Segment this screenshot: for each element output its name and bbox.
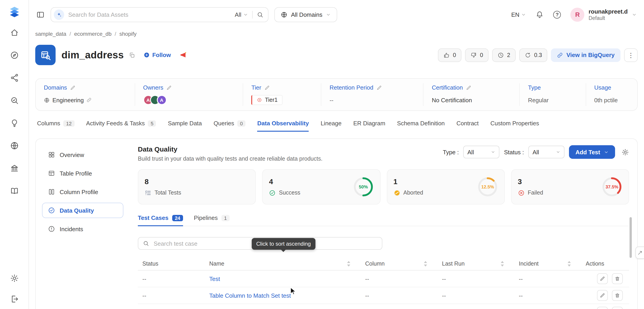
page-content: sample_data / ecommerce_db / shopify dim… <box>29 29 644 309</box>
menu-item-column-profile[interactable]: Column Profile <box>42 184 124 200</box>
edit-tier-button[interactable] <box>264 85 270 91</box>
announcement-button[interactable] <box>180 51 187 59</box>
type-filter-select[interactable]: All <box>464 146 500 159</box>
tab-columns[interactable]: Columns12 <box>37 120 74 132</box>
version-button[interactable]: 0.3 <box>519 48 548 62</box>
home-icon <box>10 28 19 37</box>
test-case-link[interactable]: Table Column to Match Set test <box>209 292 291 299</box>
sidebar-toggle-button[interactable] <box>36 10 45 19</box>
test-list-tabs: Test Cases 24 Pipelines 1 <box>138 215 629 226</box>
tab-schema-definition[interactable]: Schema Definition <box>397 120 445 132</box>
global-search-bar[interactable]: Search for Data Assets All <box>50 7 268 22</box>
link-icon <box>86 98 92 103</box>
search-icon[interactable] <box>257 11 264 18</box>
help-button[interactable]: ? <box>554 11 561 18</box>
name-cell: Table Column to Match Set test <box>205 292 361 299</box>
column-header-last-run[interactable]: Last Run <box>438 261 514 267</box>
owner-avatars[interactable]: A A <box>143 95 166 105</box>
table-row: -- dim_address_table_column_count_to_be … <box>138 304 629 309</box>
summary-card-total: 8 Total Tests <box>138 169 256 205</box>
sort-icon[interactable] <box>424 261 428 267</box>
copy-name-button[interactable] <box>129 52 135 58</box>
vertical-scrollbar[interactable] <box>630 217 632 258</box>
downvote-button[interactable]: 0 <box>465 48 488 62</box>
user-menu[interactable]: R rounakpreet.d Default <box>570 8 637 22</box>
column-header-name[interactable]: Name <box>205 261 361 267</box>
column-header-status[interactable]: Status <box>138 261 205 267</box>
edit-owners-button[interactable] <box>166 85 172 91</box>
domains-value[interactable]: Engineering <box>52 97 84 104</box>
tab-test-cases[interactable]: Test Cases 24 <box>138 215 183 226</box>
notifications-button[interactable] <box>536 11 544 19</box>
breadcrumb-item-service[interactable]: sample_data <box>35 31 66 37</box>
test-case-link[interactable]: Test <box>209 275 220 282</box>
column-header-column[interactable]: Column <box>361 261 438 267</box>
rail-item-glossary[interactable] <box>10 186 19 195</box>
breadcrumb-item-schema[interactable]: shopify <box>119 31 136 37</box>
svg-text:12.5%: 12.5% <box>481 185 494 190</box>
success-icon <box>269 190 276 196</box>
menu-item-overview[interactable]: Overview <box>42 147 124 163</box>
search-scope-dropdown[interactable]: All <box>235 11 248 18</box>
grid-icon <box>48 151 55 159</box>
ai-search-icon[interactable] <box>54 9 64 20</box>
sort-icon[interactable] <box>500 261 504 267</box>
plus-circle-icon <box>143 52 150 58</box>
rail-item-observability[interactable] <box>10 96 19 105</box>
rail-item-platform[interactable] <box>10 73 19 82</box>
more-options-button[interactable]: ⋮ <box>624 48 638 62</box>
upvote-button[interactable]: 0 <box>438 48 462 62</box>
rail-item-insights[interactable] <box>10 119 19 128</box>
edit-test-button[interactable] <box>597 290 608 301</box>
tab-pipelines[interactable]: Pipelines 1 <box>194 215 230 226</box>
column-header-incident[interactable]: Incident <box>514 261 581 267</box>
rail-item-govern[interactable] <box>10 164 19 173</box>
tab-sample-data[interactable]: Sample Data <box>168 120 202 132</box>
rail-item-home[interactable] <box>10 28 19 37</box>
tab-queries[interactable]: Queries0 <box>214 120 246 132</box>
delete-test-button[interactable] <box>612 290 623 301</box>
tab-contract[interactable]: Contract <box>456 120 478 132</box>
tier-badge[interactable]: Tier1 <box>251 95 282 105</box>
menu-item-table-profile[interactable]: Table Profile <box>42 166 124 181</box>
menu-item-incidents[interactable]: Incidents <box>42 221 124 237</box>
columns-icon <box>48 188 55 196</box>
panel-expand-handle[interactable] <box>636 246 644 259</box>
edit-domains-button[interactable] <box>70 85 76 91</box>
rail-item-settings[interactable] <box>10 274 19 283</box>
edit-test-button[interactable] <box>597 273 608 284</box>
watch-count-button[interactable]: 2 <box>492 48 516 62</box>
success-percent-ring: 50% <box>353 177 374 197</box>
rail-item-logout[interactable] <box>10 294 19 303</box>
thumbs-up-icon <box>443 52 450 58</box>
language-dropdown[interactable]: EN <box>511 11 526 18</box>
tab-activity-feeds[interactable]: Activity Feeds & Tasks5 <box>86 120 156 132</box>
edit-retention-button[interactable] <box>376 85 382 91</box>
sort-tooltip: Click to sort ascending <box>252 238 315 250</box>
domains-filter-dropdown[interactable]: All Domains <box>274 7 337 22</box>
tab-er-diagram[interactable]: ER Diagram <box>353 120 385 132</box>
globe-icon <box>10 141 19 150</box>
sort-icon[interactable] <box>347 261 351 267</box>
breadcrumb-item-database[interactable]: ecommerce_db <box>74 31 112 37</box>
view-in-service-button[interactable]: View in BigQuery <box>551 48 620 62</box>
openmetadata-logo[interactable] <box>8 6 20 18</box>
delete-test-button[interactable] <box>612 273 623 284</box>
follow-button[interactable]: Follow <box>143 52 171 58</box>
search-placeholder[interactable]: Search for Data Assets <box>68 11 231 18</box>
menu-item-data-quality[interactable]: Data Quality <box>42 203 124 218</box>
edit-certification-button[interactable] <box>466 85 471 91</box>
status-filter-select[interactable]: All <box>528 146 565 159</box>
aborted-icon <box>394 190 400 196</box>
add-test-button[interactable]: Add Test <box>569 145 615 159</box>
tab-custom-properties[interactable]: Custom Properties <box>490 120 539 132</box>
edit-test-button[interactable] <box>597 307 608 309</box>
test-settings-button[interactable] <box>622 148 629 156</box>
tab-data-observability[interactable]: Data Observability <box>257 120 309 132</box>
tab-lineage[interactable]: Lineage <box>321 120 342 132</box>
rail-item-explore[interactable] <box>10 51 19 60</box>
rail-item-domains[interactable] <box>10 141 19 150</box>
delete-test-button[interactable] <box>612 307 623 309</box>
sort-icon[interactable] <box>567 261 571 267</box>
info-retention: Retention Period -- <box>321 84 424 106</box>
